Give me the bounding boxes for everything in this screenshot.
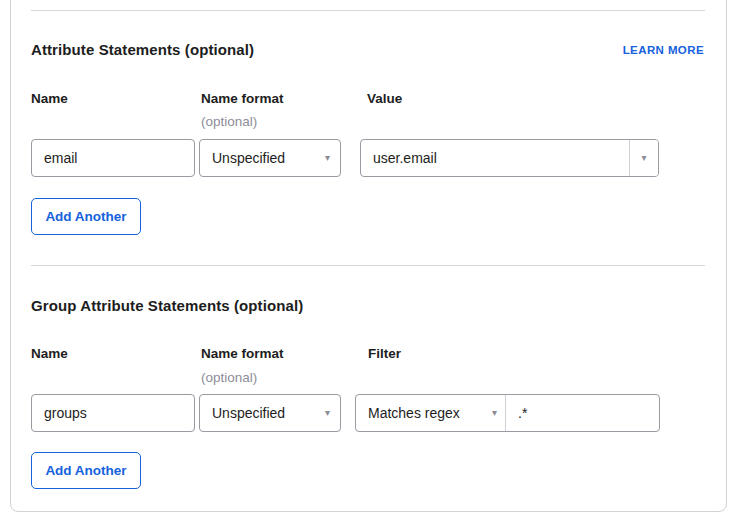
column-header-name-format: Name format	[201, 91, 284, 107]
chevron-down-icon: ▾	[325, 408, 330, 418]
saml-settings-card: Attribute Statements (optional) LEARN MO…	[10, 0, 727, 512]
group-attribute-name-input[interactable]	[32, 395, 194, 431]
name-format-optional-note: (optional)	[201, 370, 257, 386]
learn-more-link[interactable]: LEARN MORE	[623, 43, 704, 57]
section-divider	[31, 265, 705, 266]
saml-settings-screen: Attribute Statements (optional) LEARN MO…	[0, 0, 737, 530]
add-another-group-attribute-button[interactable]: Add Another	[31, 452, 141, 489]
group-attribute-filter-type-value: Matches regex	[368, 405, 460, 421]
attribute-value-combo: ▾	[360, 139, 659, 177]
attribute-value-field	[361, 140, 629, 176]
attribute-name-format-value: Unspecified	[212, 150, 285, 166]
chevron-down-icon: ▾	[325, 153, 330, 163]
group-attribute-name-format-value: Unspecified	[212, 405, 285, 421]
group-attribute-filter-combo: Matches regex ▾	[355, 394, 660, 432]
group-attribute-name-field	[31, 394, 195, 432]
group-attribute-statements-title: Group Attribute Statements (optional)	[31, 298, 303, 314]
name-format-optional-note: (optional)	[201, 114, 257, 130]
group-attribute-filter-type-select[interactable]: Matches regex ▾	[356, 395, 506, 431]
column-header-name: Name	[31, 346, 68, 362]
attribute-value-input[interactable]	[361, 140, 629, 176]
column-header-value: Value	[367, 91, 402, 107]
attribute-name-field	[31, 139, 195, 177]
attribute-name-format-select[interactable]: Unspecified ▾	[199, 139, 341, 177]
chevron-down-icon: ▾	[641, 153, 646, 163]
chevron-down-icon: ▾	[492, 408, 497, 418]
group-attribute-filter-value-input[interactable]	[506, 395, 659, 431]
attribute-value-dropdown-toggle[interactable]: ▾	[629, 140, 658, 176]
section-divider	[31, 10, 705, 11]
group-attribute-filter-value-field	[506, 395, 659, 431]
column-header-name-format: Name format	[201, 346, 284, 362]
group-attribute-name-format-select[interactable]: Unspecified ▾	[199, 394, 341, 432]
attribute-statements-title: Attribute Statements (optional)	[31, 42, 254, 58]
column-header-filter: Filter	[368, 346, 401, 362]
add-another-attribute-button[interactable]: Add Another	[31, 198, 141, 235]
attribute-name-input[interactable]	[32, 140, 194, 176]
column-header-name: Name	[31, 91, 68, 107]
